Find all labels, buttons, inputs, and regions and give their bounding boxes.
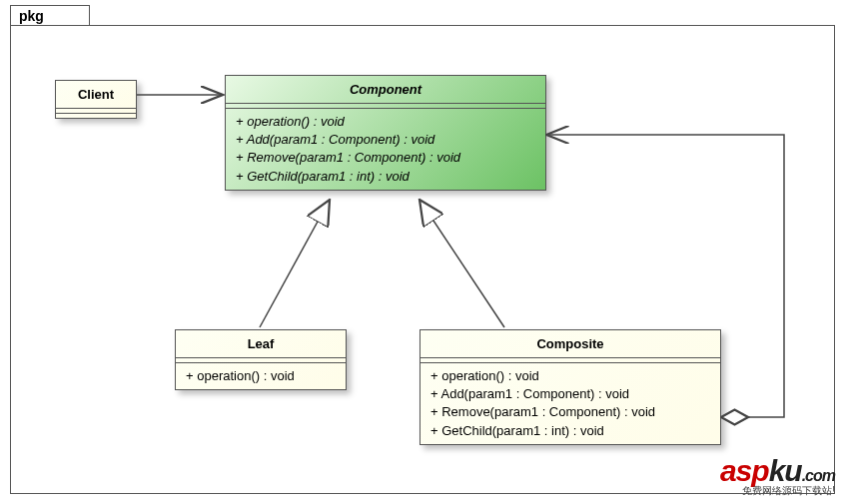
class-component-ops: + operation() : void + Add(param1 : Comp… <box>226 109 545 190</box>
watermark-brand-b: ku <box>769 454 802 487</box>
op: + Add(param1 : Component) : void <box>236 131 535 149</box>
op: + operation() : void <box>236 113 535 131</box>
class-composite-ops: + operation() : void + Add(param1 : Comp… <box>421 363 720 444</box>
op: + operation() : void <box>186 367 336 385</box>
op: + Remove(param1 : Component) : void <box>236 149 535 167</box>
class-client-ops <box>56 114 136 118</box>
package-tab: pkg <box>10 5 90 26</box>
op: + Remove(param1 : Component) : void <box>430 403 710 421</box>
watermark-brand: aspku.com <box>720 454 835 487</box>
class-component: Component + operation() : void + Add(par… <box>225 75 546 191</box>
diagram-stage: pkg Client Component + operation() : voi… <box>0 0 845 504</box>
class-leaf: Leaf + operation() : void <box>175 329 347 390</box>
op: + GetChild(param1 : int) : void <box>236 168 535 186</box>
watermark-domain: .com <box>802 467 835 484</box>
op: + GetChild(param1 : int) : void <box>430 422 710 440</box>
op: + Add(param1 : Component) : void <box>430 385 710 403</box>
class-component-title: Component <box>226 76 545 104</box>
watermark: aspku.com 免费网络源码下载站! <box>720 454 835 498</box>
package-name: pkg <box>19 8 44 24</box>
watermark-brand-a: asp <box>720 454 769 487</box>
class-composite-title: Composite <box>421 330 720 358</box>
class-leaf-ops: + operation() : void <box>176 363 346 389</box>
op: + operation() : void <box>430 367 710 385</box>
class-composite: Composite + operation() : void + Add(par… <box>420 329 721 445</box>
class-leaf-title: Leaf <box>176 330 346 358</box>
class-client-title: Client <box>56 81 136 109</box>
class-client: Client <box>55 80 137 119</box>
